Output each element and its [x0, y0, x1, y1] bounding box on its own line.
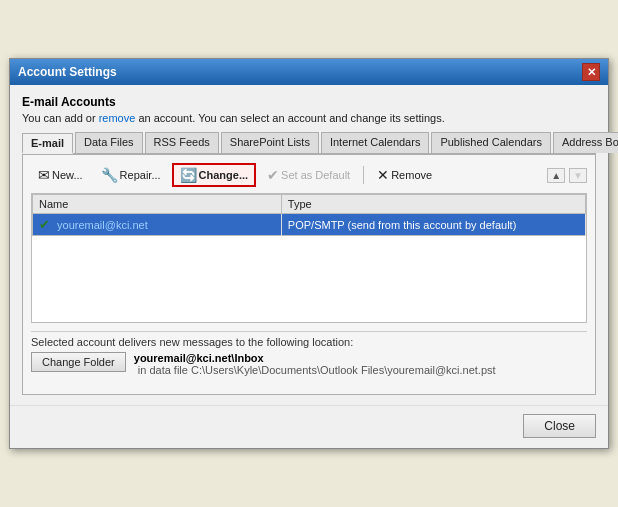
tab-address-books[interactable]: Address Books [553, 132, 618, 153]
tab-rss-feeds[interactable]: RSS Feeds [145, 132, 219, 153]
account-type-cell: POP/SMTP (send from this account by defa… [281, 214, 585, 236]
table-row[interactable]: ✔ youremail@kci.net POP/SMTP (send from … [33, 214, 586, 236]
window-title: Account Settings [18, 65, 117, 79]
title-bar: Account Settings ✕ [10, 59, 608, 85]
close-button[interactable]: Close [523, 414, 596, 438]
accounts-toolbar: ✉ New... 🔧 Repair... 🔄 Change... ✔ Set a… [31, 163, 587, 187]
tab-bar: E-mail Data Files RSS Feeds SharePoint L… [22, 132, 596, 155]
remove-icon: ✕ [377, 167, 389, 183]
tab-data-files[interactable]: Data Files [75, 132, 143, 153]
account-list: Name Type ✔ youremail@kci.net POP/SMTP (… [31, 193, 587, 323]
new-button[interactable]: ✉ New... [31, 164, 90, 186]
account-name-cell: ✔ youremail@kci.net [33, 214, 282, 236]
section-description: You can add or remove an account. You ca… [22, 112, 596, 124]
close-icon[interactable]: ✕ [582, 63, 600, 81]
col-name-header: Name [33, 195, 282, 214]
tab-published-calendars[interactable]: Published Calendars [431, 132, 551, 153]
tab-internet-calendars[interactable]: Internet Calendars [321, 132, 430, 153]
set-default-icon: ✔ [267, 167, 279, 183]
change-icon: 🔄 [180, 167, 197, 183]
set-default-button[interactable]: ✔ Set as Default [260, 164, 357, 186]
move-up-button[interactable]: ▲ [547, 168, 565, 183]
account-table: Name Type ✔ youremail@kci.net POP/SMTP (… [32, 194, 586, 236]
tab-content-email: ✉ New... 🔧 Repair... 🔄 Change... ✔ Set a… [22, 155, 596, 395]
change-folder-button[interactable]: Change Folder [31, 352, 126, 372]
remove-button[interactable]: ✕ Remove [370, 164, 439, 186]
move-down-button[interactable]: ▼ [569, 168, 587, 183]
data-file-path: in data file C:\Users\Kyle\Documents\Out… [134, 364, 496, 376]
remove-link[interactable]: remove [99, 112, 136, 124]
section-heading: E-mail Accounts [22, 95, 596, 109]
tab-sharepoint-lists[interactable]: SharePoint Lists [221, 132, 319, 153]
footer-paths: youremail@kci.net\Inbox in data file C:\… [134, 352, 496, 376]
new-icon: ✉ [38, 167, 50, 183]
col-type-header: Type [281, 195, 585, 214]
repair-button[interactable]: 🔧 Repair... [94, 164, 168, 186]
footer-info: Selected account delivers new messages t… [31, 331, 587, 380]
account-settings-window: Account Settings ✕ E-mail Accounts You c… [9, 58, 609, 449]
window-body: E-mail Accounts You can add or remove an… [10, 85, 608, 405]
repair-icon: 🔧 [101, 167, 118, 183]
bottom-bar: Close [10, 405, 608, 448]
change-button[interactable]: 🔄 Change... [172, 163, 257, 187]
default-checkmark: ✔ [39, 217, 50, 232]
tab-email[interactable]: E-mail [22, 133, 73, 154]
footer-selected-label: Selected account delivers new messages t… [31, 336, 587, 348]
toolbar-separator [363, 166, 364, 184]
inbox-path: youremail@kci.net\Inbox [134, 352, 496, 364]
